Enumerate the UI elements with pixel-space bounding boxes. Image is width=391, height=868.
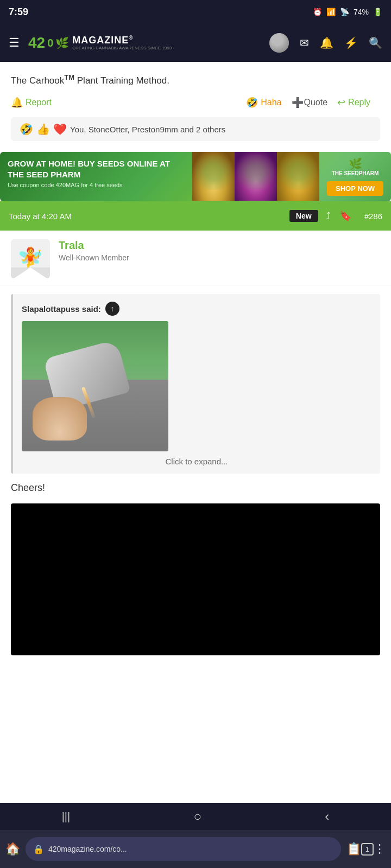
android-nav-bar: ||| ○ ‹ [0,803,391,830]
reactions-text: You, StoneOtter, Preston9mm and 2 others [70,125,225,134]
bell-report-icon: 🔔 [11,97,23,108]
flower-image-2 [235,152,277,201]
share-icon[interactable]: ⤴ [326,210,331,222]
photo-background [22,321,168,451]
bell-icon[interactable]: 🔔 [320,36,333,49]
quote-label: Quote [304,98,328,107]
post-header-bar: Today at 4:20 AM New ⤴ 🔖 #286 [0,201,391,231]
ad-brand-name: THE SEEDPHARM [332,170,379,177]
tab-count-badge[interactable]: 1 [361,843,374,856]
nav-icons: ✉ 🔔 ⚡ 🔍 [269,33,382,53]
report-button[interactable]: 🔔 Report [11,97,52,108]
recents-button[interactable]: ||| [62,810,71,823]
status-icons: ⏰ 📶 📡 74% 🔋 [313,8,382,16]
ad-title: GROW AT HOME! BUY SEEDS ONLINE AT THE SE… [8,158,185,180]
thumbsup-reaction-icon: 👍 [36,123,50,136]
author-info: Trala Well-Known Member [59,239,129,262]
haha-reaction-icon: 🤣 [20,123,33,136]
status-time: 7:59 [9,7,28,18]
quote-block: Slapalottapuss said: ↑ Click to expand..… [11,294,380,474]
haha-emoji-icon: 🤣 [246,97,258,108]
video-block[interactable] [11,503,380,655]
browser-menu-icon[interactable]: ⋮ [374,842,386,856]
ad-flowers [192,152,319,201]
battery-label: 74% [354,8,369,16]
battery-icon: 🔋 [373,8,382,16]
logo-tagline: CREATING CANNABIS AWARENESS SINCE 1993 [72,46,172,51]
quote-image[interactable] [22,321,168,451]
alarm-icon: ⏰ [313,8,322,16]
new-badge: New [289,210,318,222]
browser-home-icon[interactable]: 🏠 [5,842,20,856]
haha-button[interactable]: 🤣 Haha [246,97,281,108]
photo-hand [33,397,87,441]
post-topic: The CarhookTM Plant Training Method. [11,73,380,87]
tabs-list-icon[interactable]: 📋 [346,842,361,856]
action-bar: 🔔 Report 🤣 Haha ➕ Quote ↩ Reply [11,97,380,108]
fold-decoration [14,267,47,278]
flower-image-1 [192,152,235,201]
browser-bar: 🏠 🔒 420magazine.com/co... 📋 1 ⋮ [0,830,391,868]
cheers-text: Cheers! [11,482,380,494]
reactions-bar: 🤣 👍 ❤️ You, StoneOtter, Preston9mm and 2… [11,117,380,141]
back-button[interactable]: ‹ [325,809,329,824]
shop-now-button[interactable]: SHOP NOW [327,181,383,196]
quote-up-icon[interactable]: ↑ [105,302,119,316]
hamburger-menu-button[interactable]: ☰ [9,36,20,50]
haha-label: Haha [261,98,281,107]
quote-button[interactable]: ➕ Quote [292,97,328,108]
seedpharm-leaf-icon: 🌿 [332,157,379,170]
quote-source-text: Slapalottapuss said: [22,304,101,314]
ad-left-content: GROW AT HOME! BUY SEEDS ONLINE AT THE SE… [0,152,192,201]
leaf-icon: 🌿 [55,36,69,49]
lightning-icon[interactable]: ⚡ [344,36,358,49]
bookmark-icon[interactable]: 🔖 [339,210,351,222]
ad-right-content: 🌿 THE SEEDPHARM SHOP NOW [319,152,391,201]
url-text: 420magazine.com/co... [48,845,333,853]
home-button[interactable]: ○ [194,809,202,824]
user-avatar-nav[interactable] [269,33,289,53]
author-role: Well-Known Member [59,253,129,262]
trademark-label: TM [64,73,74,81]
author-name[interactable]: Trala [59,239,129,252]
quote-expand-text[interactable]: Click to expand... [22,457,371,466]
ad-coupon: Use coupon code 420MAG for 4 free seeds [8,182,185,188]
reply-button[interactable]: ↩ Reply [337,97,370,108]
reply-label: Reply [348,98,370,107]
post-header-icons: ⤴ 🔖 #286 [326,210,382,222]
reply-icon: ↩ [337,97,345,108]
nav-bar: ☰ 42 0 🌿 MAGAZINE® CREATING CANNABIS AWA… [0,24,391,62]
report-label: Report [26,98,52,107]
post-body: Slapalottapuss said: ↑ Click to expand..… [0,285,391,664]
ad-banner[interactable]: GROW AT HOME! BUY SEEDS ONLINE AT THE SE… [0,152,391,201]
avatar-fold [11,267,50,278]
quote-source: Slapalottapuss said: ↑ [22,302,371,316]
mail-icon[interactable]: ✉ [300,36,309,49]
wifi-icon: 📶 [326,8,336,16]
plus-icon: ➕ [292,97,304,108]
signal-icon: 📡 [340,8,349,16]
flower-image-3 [277,152,319,201]
post-timestamp: Today at 4:20 AM [9,212,289,221]
lock-icon: 🔒 [33,844,44,854]
heart-reaction-icon: ❤️ [53,123,67,136]
author-avatar[interactable]: 🧚 [11,239,50,278]
status-bar: 7:59 ⏰ 📶 📡 74% 🔋 [0,0,391,24]
url-bar[interactable]: 🔒 420magazine.com/co... [26,837,341,861]
search-icon[interactable]: 🔍 [369,36,382,49]
ad-brand-logo: 🌿 THE SEEDPHARM [332,157,379,177]
site-logo[interactable]: 42 0 🌿 MAGAZINE® CREATING CANNABIS AWARE… [28,34,261,52]
user-section: 🧚 Trala Well-Known Member [0,231,391,285]
post-content: The CarhookTM Plant Training Method. 🔔 R… [0,62,391,141]
post-number: #286 [364,212,382,221]
